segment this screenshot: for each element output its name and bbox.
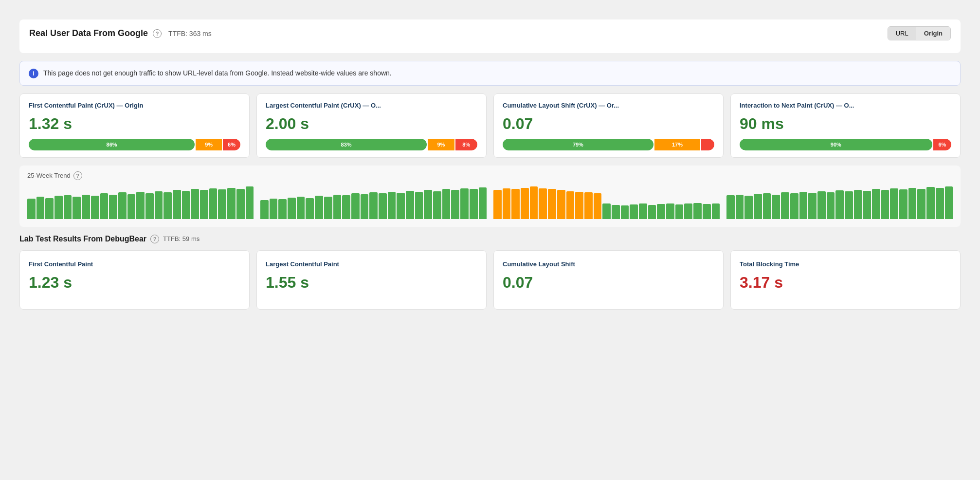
trend-charts-grid	[27, 185, 953, 219]
fcp-trend-chart	[27, 185, 254, 219]
lcp-red-seg: 8%	[455, 139, 477, 150]
real-user-header: Real User Data From Google ? TTFB: 363 m…	[29, 26, 951, 40]
lab-ttfb: TTFB: 59 ms	[163, 235, 200, 242]
trend-help-icon[interactable]: ?	[73, 171, 82, 180]
lab-cls-card: Cumulative Layout Shift 0.07	[493, 250, 724, 310]
lab-help-icon[interactable]: ?	[150, 235, 159, 243]
lab-header: Lab Test Results From DebugBear ? TTFB: …	[19, 235, 961, 243]
lab-tbt-card: Total Blocking Time 3.17 s	[730, 250, 961, 310]
lcp-progress-bar: 83% 9% 8%	[266, 139, 477, 150]
inp-red-seg: 6%	[933, 139, 951, 150]
cls-trend-chart	[493, 185, 720, 219]
inp-green-seg: 90%	[740, 139, 932, 150]
lab-lcp-card: Largest Contentful Paint 1.55 s	[256, 250, 487, 310]
inp-title: Interaction to Next Paint (CrUX) — O...	[740, 102, 951, 110]
lab-cls-title: Cumulative Layout Shift	[503, 260, 714, 269]
lab-lcp-value: 1.55 s	[266, 274, 477, 292]
cls-value: 0.07	[503, 115, 714, 133]
lab-title: Lab Test Results From DebugBear	[19, 235, 146, 243]
lab-section: Lab Test Results From DebugBear ? TTFB: …	[19, 235, 961, 310]
lab-cls-value: 0.07	[503, 274, 714, 292]
info-icon: i	[29, 69, 38, 78]
inp-trend-chart	[726, 185, 953, 219]
cls-red-seg	[701, 139, 714, 150]
info-banner: i This page does not get enough traffic …	[19, 61, 961, 86]
fcp-green-seg: 86%	[29, 139, 195, 150]
metric-card-lcp: Largest Contentful Paint (CrUX) — O... 2…	[256, 93, 487, 158]
cls-progress-bar: 79% 17%	[503, 139, 714, 150]
fcp-red-seg: 6%	[223, 139, 240, 150]
lcp-title: Largest Contentful Paint (CrUX) — O...	[266, 102, 477, 110]
inp-value: 90 ms	[740, 115, 951, 133]
lcp-trend-chart	[260, 185, 487, 219]
lab-fcp-card: First Contentful Paint 1.23 s	[19, 250, 250, 310]
crux-metrics-grid: First Contentful Paint (CrUX) — Origin 1…	[19, 93, 961, 158]
lcp-green-seg: 83%	[266, 139, 427, 150]
url-toggle-btn[interactable]: URL	[888, 27, 916, 40]
url-origin-toggle: URL Origin	[888, 26, 951, 40]
lcp-orange-seg: 9%	[428, 139, 454, 150]
info-banner-text: This page does not get enough traffic to…	[43, 68, 392, 78]
fcp-title: First Contentful Paint (CrUX) — Origin	[29, 102, 240, 110]
origin-toggle-btn[interactable]: Origin	[916, 27, 950, 40]
fcp-progress-bar: 86% 9% 6%	[29, 139, 240, 150]
header-help-icon[interactable]: ?	[153, 29, 162, 38]
metric-card-fcp: First Contentful Paint (CrUX) — Origin 1…	[19, 93, 250, 158]
lab-fcp-title: First Contentful Paint	[29, 260, 240, 269]
trend-section: 25-Week Trend ?	[19, 166, 961, 227]
header-ttfb: TTFB: 363 ms	[168, 30, 212, 37]
lab-lcp-title: Largest Contentful Paint	[266, 260, 477, 269]
cls-title: Cumulative Layout Shift (CrUX) — Or...	[503, 102, 714, 110]
lab-metrics-grid: First Contentful Paint 1.23 s Largest Co…	[19, 250, 961, 310]
lcp-value: 2.00 s	[266, 115, 477, 133]
metric-card-inp: Interaction to Next Paint (CrUX) — O... …	[730, 93, 961, 158]
cls-orange-seg: 17%	[654, 139, 700, 150]
fcp-orange-seg: 9%	[196, 139, 222, 150]
lab-fcp-value: 1.23 s	[29, 274, 240, 292]
lab-tbt-value: 3.17 s	[740, 274, 951, 292]
cls-green-seg: 79%	[503, 139, 653, 150]
lab-tbt-title: Total Blocking Time	[740, 260, 951, 269]
inp-progress-bar: 90% 6%	[740, 139, 951, 150]
fcp-value: 1.32 s	[29, 115, 240, 133]
metric-card-cls: Cumulative Layout Shift (CrUX) — Or... 0…	[493, 93, 724, 158]
real-user-title: Real User Data From Google	[29, 28, 148, 38]
trend-label-text: 25-Week Trend	[27, 172, 71, 179]
trend-label-row: 25-Week Trend ?	[27, 171, 953, 180]
